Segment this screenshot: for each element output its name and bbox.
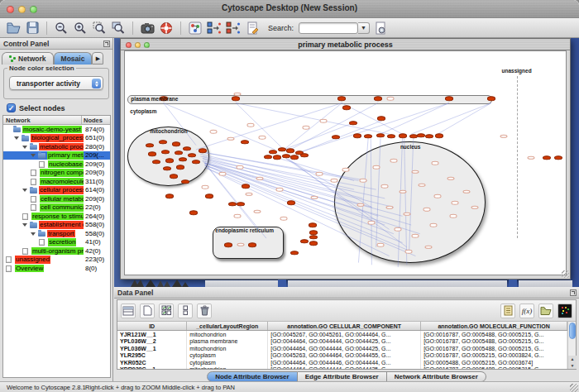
network-node[interactable] [399,190,406,194]
network-node[interactable] [319,119,327,123]
selected-network-node[interactable] [282,154,290,159]
network-node[interactable] [385,205,393,209]
network-node[interactable] [275,188,283,192]
table-scrollbar[interactable]: ▲▼ [567,322,576,369]
selected-network-node[interactable] [445,97,453,102]
selected-network-node[interactable] [543,155,551,160]
import-attributes-icon[interactable] [500,304,515,318]
zoom-in-icon[interactable] [72,20,89,36]
tree-row[interactable]: nucleobase-209(0) [3,160,110,169]
tree-row[interactable]: primary metabo209(... [3,151,110,160]
selected-network-node[interactable] [175,151,183,155]
select-nodes-checkbox[interactable]: ✓ [7,103,16,112]
network-node[interactable] [234,214,242,218]
new-attribute-icon[interactable] [140,304,155,318]
network-node[interactable] [387,97,395,101]
selected-network-node[interactable] [165,194,174,198]
network-node[interactable] [357,203,365,208]
network-node[interactable] [462,190,470,194]
tree-row[interactable]: transport558(0) [3,229,110,238]
tree-row[interactable]: unassigned223(0) [3,256,110,265]
tree-row[interactable]: cell communicat22(0) [3,203,110,213]
layout-a-icon[interactable] [206,20,223,36]
selected-network-node[interactable] [199,149,207,154]
selected-network-node[interactable] [165,159,174,164]
node-color-select[interactable]: transporter activity [9,76,103,90]
function-builder-icon[interactable]: f(x) [519,304,534,318]
selected-network-node[interactable] [146,143,154,148]
selected-network-node[interactable] [159,140,167,145]
network-node[interactable] [237,165,244,170]
selected-network-node[interactable] [172,141,180,146]
network-node[interactable] [405,250,413,254]
delete-attribute-icon[interactable] [197,304,212,318]
zoom-out-icon[interactable] [53,20,69,36]
expand-arrow-icon[interactable] [31,232,36,236]
selected-network-node[interactable] [309,235,318,240]
network-node[interactable] [247,123,255,127]
table-row[interactable]: YLR295Ccytoplasm[GO:0045263, GO:0044464,… [117,352,567,360]
help-icon[interactable] [158,20,175,36]
network-node[interactable] [254,210,261,214]
network-node[interactable] [280,217,288,221]
float-panel-icon[interactable] [570,289,577,296]
tree-row[interactable]: mosaic-demo-yeast874(0) [3,125,110,134]
scrollbar-arrows[interactable]: ▲▼ [568,356,577,369]
selected-network-node[interactable] [290,251,299,256]
zoom-fit-icon[interactable] [110,20,127,36]
expand-arrow-icon[interactable] [22,223,27,227]
selected-network-node[interactable] [290,155,299,160]
select-attributes-icon[interactable] [159,304,174,318]
selected-network-node[interactable] [148,152,156,157]
selected-network-node[interactable] [309,241,318,246]
table-row[interactable]: YKR052Ccytoplasm[GO:0044464, GO:0044446,… [117,359,567,366]
tree-row[interactable]: secretion41(0) [3,238,110,247]
network-node[interactable] [500,135,507,139]
table-row[interactable]: YDR039C__1mitochondrion[GO:0044464, GO:0… [117,366,567,369]
selected-network-node[interactable] [376,133,385,138]
selected-network-node[interactable] [248,242,256,247]
network-node[interactable] [201,185,208,189]
network-node[interactable] [432,161,439,165]
selected-network-node[interactable] [287,200,295,205]
selected-network-node[interactable] [237,202,245,207]
tree-row[interactable]: response to stimulu264(0) [3,212,110,221]
unselect-attributes-icon[interactable] [178,304,193,318]
annotation-icon[interactable] [244,20,261,36]
tree-row[interactable]: cellular process614(0) [3,186,110,195]
network-node[interactable] [210,130,218,134]
network-node[interactable] [425,246,433,250]
network-node[interactable] [412,170,419,174]
vizmapper-icon[interactable] [187,20,203,36]
selected-network-node[interactable] [300,153,309,158]
selected-network-node[interactable] [435,133,443,138]
layout-b-icon[interactable] [225,20,242,36]
network-node[interactable] [234,93,242,97]
network-node[interactable] [419,184,426,188]
selected-network-node[interactable] [269,150,277,155]
network-node[interactable] [331,179,338,183]
load-attributes-icon[interactable] [538,304,553,318]
network-node[interactable] [429,223,437,227]
network-node[interactable] [449,214,457,218]
selected-network-node[interactable] [342,105,351,110]
network-node[interactable] [359,179,366,183]
network-node[interactable] [447,177,454,181]
attribute-grid-icon[interactable] [121,304,136,318]
table-row[interactable]: YJR121W__1mitochondrion[GO:0045267, GO:0… [117,331,567,338]
snapshot-icon[interactable] [139,20,156,36]
selected-network-node[interactable] [232,97,240,102]
selected-network-node[interactable] [192,160,200,165]
selected-network-node[interactable] [179,157,187,162]
network-node[interactable] [237,242,244,246]
selected-network-node[interactable] [170,174,178,179]
selected-network-node[interactable] [181,179,189,184]
network-node[interactable] [390,159,397,163]
selected-network-node[interactable] [228,202,237,207]
selected-network-node[interactable] [337,97,346,102]
selected-network-node[interactable] [264,155,272,160]
zoom-selected-icon[interactable] [91,20,108,36]
column-header[interactable]: annotation.GO MOLECULAR_FUNCTION [421,322,567,330]
tree-row[interactable]: cellular metabo209(0) [3,194,110,203]
selected-network-node[interactable] [189,211,198,216]
